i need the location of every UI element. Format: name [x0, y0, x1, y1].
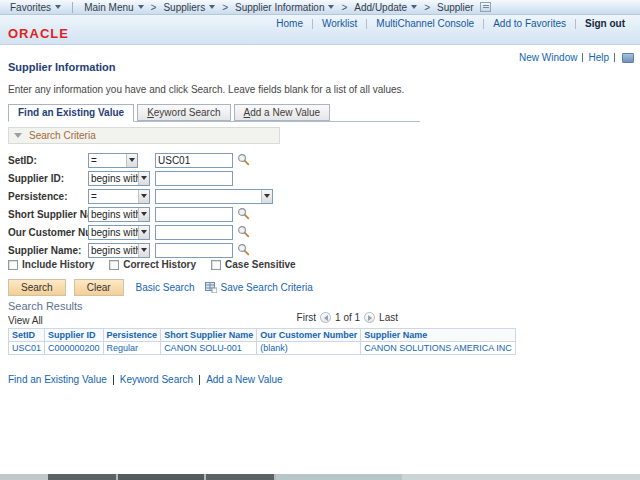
clear-button[interactable]: Clear — [74, 279, 124, 296]
cell-supplier-id[interactable]: C000000200 — [45, 342, 104, 355]
cell-short-supplier-name[interactable]: CANON SOLU-001 — [161, 342, 257, 355]
checkbox-icon — [211, 260, 221, 270]
table-row: USC01 C000000200 Regular CANON SOLU-001 … — [9, 342, 516, 355]
breadcrumb-favorites-label: Favorites — [10, 2, 51, 13]
our-customer-number-operator-select[interactable]: begins with — [88, 225, 150, 240]
help-link[interactable]: Help — [588, 52, 609, 63]
breadcrumb-separator: > — [222, 2, 228, 13]
breadcrumb: Favorites Main Menu > Suppliers > Suppli… — [0, 0, 640, 15]
breadcrumb-suppliers[interactable]: Suppliers — [161, 2, 217, 13]
oracle-logo: ORACLE — [8, 26, 69, 41]
tab-find-existing-value[interactable]: Find an Existing Value — [8, 104, 134, 122]
form-row-supplier-id: Supplier ID: begins with — [8, 169, 273, 187]
tab-add-new-value[interactable]: Add a New Value — [234, 104, 331, 121]
pager-last-label[interactable]: Last — [379, 312, 398, 323]
sign-out-link[interactable]: Sign out — [576, 18, 634, 29]
view-all-link[interactable]: View All — [8, 315, 43, 326]
search-results-table: SetID Supplier ID Persistence Short Supp… — [8, 328, 516, 355]
nav-add-to-favorites-link[interactable]: Add to Favorites — [484, 18, 575, 29]
correct-history-checkbox[interactable]: Correct History — [109, 259, 196, 270]
breadcrumb-supplier[interactable]: Supplier — [435, 2, 476, 13]
supplier-name-operator-select[interactable]: begins with — [88, 243, 150, 258]
footer-add-new-value-link[interactable]: Add a New Value — [206, 374, 283, 385]
chevron-down-icon — [138, 208, 149, 221]
page-title: Supplier Information — [8, 61, 116, 73]
basic-search-link[interactable]: Basic Search — [136, 282, 195, 293]
action-row: Search Clear Basic Search Save Search Cr… — [8, 279, 313, 296]
personalize-page-icon[interactable] — [622, 53, 634, 63]
setid-input[interactable] — [155, 153, 233, 168]
save-search-criteria-link[interactable]: Save Search Criteria — [221, 282, 313, 293]
form-row-short-supplier-name: Short Supplier Name: begins with — [8, 205, 273, 223]
col-header-setid[interactable]: SetID — [9, 329, 45, 342]
footer-find-existing-value-link[interactable]: Find an Existing Value — [8, 374, 107, 385]
save-search-criteria-icon[interactable] — [205, 282, 217, 293]
next-page-icon[interactable] — [364, 312, 375, 323]
results-pager: First 1 of 1 Last — [280, 312, 398, 323]
nav-multichannel-console-link[interactable]: MultiChannel Console — [367, 18, 483, 29]
checkbox-icon — [8, 260, 18, 270]
persistence-value-select[interactable] — [155, 189, 273, 204]
header-band: Home Worklist MultiChannel Console Add t… — [0, 15, 640, 45]
chevron-down-icon — [138, 190, 149, 203]
divider — [199, 375, 200, 385]
short-supplier-name-lookup-magnifier-icon[interactable] — [237, 207, 250, 222]
divider — [72, 2, 73, 13]
chevron-down-icon — [138, 244, 149, 257]
persistence-operator-select[interactable]: = — [88, 189, 150, 204]
search-button[interactable]: Search — [8, 279, 66, 296]
pager-first-label[interactable]: First — [297, 312, 316, 323]
col-header-supplier-name[interactable]: Supplier Name — [361, 329, 516, 342]
setid-lookup-magnifier-icon[interactable] — [237, 153, 250, 168]
breadcrumb-supplier-information[interactable]: Supplier Information — [233, 2, 337, 13]
form-row-persistence: Persistence: = — [8, 187, 273, 205]
tab-keyword-search[interactable]: Keyword Search — [137, 104, 230, 121]
search-instructions: Enter any information you have and click… — [8, 84, 404, 95]
our-customer-number-lookup-magnifier-icon[interactable] — [237, 225, 250, 240]
case-sensitive-checkbox[interactable]: Case Sensitive — [211, 259, 296, 270]
col-header-persistence[interactable]: Persistence — [103, 329, 161, 342]
supplier-id-input[interactable] — [155, 171, 233, 186]
chevron-down-icon — [328, 5, 334, 9]
history-checkbox-row: Include History Correct History Case Sen… — [8, 259, 311, 270]
search-criteria-header[interactable]: Search Criteria — [8, 127, 280, 144]
breadcrumb-separator: > — [424, 2, 430, 13]
cell-setid[interactable]: USC01 — [9, 342, 45, 355]
footer-keyword-search-link[interactable]: Keyword Search — [120, 374, 193, 385]
nav-worklist-link[interactable]: Worklist — [313, 18, 366, 29]
our-customer-number-label: Our Customer Number: — [8, 227, 88, 238]
search-results-title: Search Results — [8, 300, 83, 312]
col-header-our-customer-number[interactable]: Our Customer Number — [257, 329, 361, 342]
checkbox-icon — [109, 260, 119, 270]
cell-our-customer-number[interactable]: (blank) — [257, 342, 361, 355]
form-row-setid: SetID: = — [8, 151, 273, 169]
cell-supplier-name[interactable]: CANON SOLUTIONS AMERICA INC — [361, 342, 516, 355]
supplier-name-lookup-magnifier-icon[interactable] — [237, 243, 250, 258]
pager-range-label: 1 of 1 — [335, 312, 360, 323]
supplier-name-input[interactable] — [155, 243, 233, 258]
setid-operator-select[interactable]: = — [88, 153, 138, 168]
collapse-triangle-icon — [14, 133, 22, 138]
breadcrumb-add-update[interactable]: Add/Update — [352, 2, 419, 13]
chevron-down-icon — [138, 226, 149, 239]
our-customer-number-input[interactable] — [155, 225, 233, 240]
col-header-supplier-id[interactable]: Supplier ID — [45, 329, 104, 342]
breadcrumb-favorites[interactable]: Favorites — [8, 2, 63, 13]
chevron-down-icon — [209, 5, 215, 9]
supplier-id-operator-select[interactable]: begins with — [88, 171, 150, 186]
supplier-id-label: Supplier ID: — [8, 173, 88, 184]
chevron-down-icon — [55, 5, 61, 9]
notification-icon[interactable] — [480, 2, 491, 12]
breadcrumb-main-menu[interactable]: Main Menu — [82, 2, 145, 13]
short-supplier-name-operator-select[interactable]: begins with — [88, 207, 150, 222]
previous-page-icon[interactable] — [320, 312, 331, 323]
short-supplier-name-input[interactable] — [155, 207, 233, 222]
form-row-our-customer-number: Our Customer Number: begins with — [8, 223, 273, 241]
form-row-supplier-name: Supplier Name: begins with — [8, 241, 273, 259]
cell-persistence[interactable]: Regular — [103, 342, 161, 355]
include-history-checkbox[interactable]: Include History — [8, 259, 94, 270]
col-header-short-supplier-name[interactable]: Short Supplier Name — [161, 329, 257, 342]
nav-home-link[interactable]: Home — [267, 18, 312, 29]
new-window-link[interactable]: New Window — [519, 52, 577, 63]
breadcrumb-separator: > — [341, 2, 347, 13]
